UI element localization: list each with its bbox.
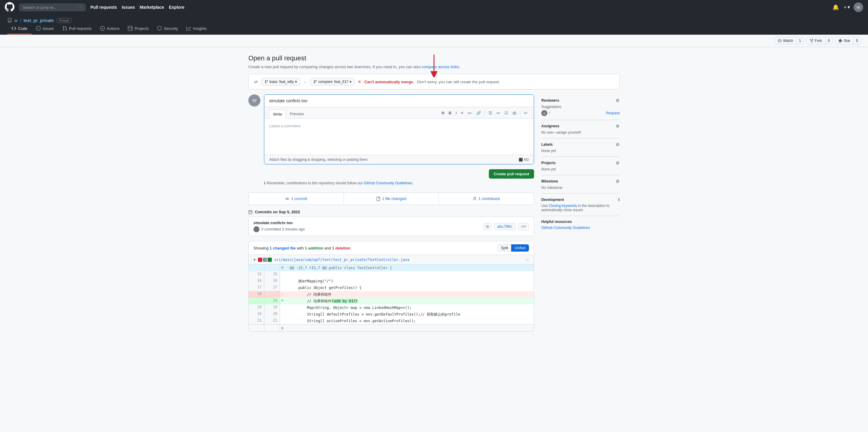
diff-line-18-add: 18 + // 结果和组件(add by 617) [249,298,534,305]
line-add-btn [280,318,286,324]
top-nav-links: Pull requests Issues Marketplace Explore [90,5,184,10]
guidelines-link[interactable]: GitHub Community Guidelines [364,181,412,185]
tab-security[interactable]: Security [153,23,182,34]
swap-branches-btn[interactable]: ⇄ [253,79,258,85]
actions-icon [100,26,105,31]
toolbar-quote[interactable]: ≡ [459,110,465,116]
line-add-btn [280,278,286,285]
plus-menu[interactable]: ＋▾ [843,4,850,10]
contributors-link[interactable]: 1 contributor [478,196,500,201]
unified-button[interactable]: Unified [511,244,529,252]
create-pr-button[interactable]: Create pull request [489,169,534,179]
search-box[interactable]: Search or jump to... / [19,4,86,11]
assignees-gear[interactable]: ⚙ [616,124,620,128]
files-link[interactable]: 1 file changed [382,196,407,201]
tab-actions[interactable]: Actions [96,23,124,34]
fork-button[interactable]: Fork [806,37,825,44]
expand-text [286,325,534,331]
nav-pull-requests[interactable]: Pull requests [90,5,117,10]
milestone-title: Milestone [541,179,558,183]
view-file-btn[interactable]: ⋯ [525,258,529,262]
compare-branch-selector[interactable]: compare: feat_617 ▾ [310,78,355,86]
development-info[interactable]: ℹ [618,197,620,202]
toolbar-undo[interactable]: ↩ [523,110,529,116]
commit-info: simulate conficts too 0 committed 3 minu… [253,221,480,232]
file-changes-info: Showing 1 changed file with 1 addition a… [253,246,350,250]
toolbar-task-list[interactable]: ☑ [503,110,510,116]
milestone-gear[interactable]: ⚙ [616,179,620,184]
labels-section: Labels ⚙ None yet [541,139,620,157]
line-num-old: 19 [249,305,264,311]
eye-icon [778,39,782,43]
star-button[interactable]: Star [835,37,853,44]
hunk-content: @@ -15,7 +15,7 @@ public class TestContr… [286,265,534,271]
projects-gear[interactable]: ⚙ [616,161,620,165]
calendar-icon [248,210,253,214]
tab-projects[interactable]: Projects [124,23,153,34]
base-branch-selector[interactable]: base: feat_w8y ▾ [261,78,300,86]
expand-diff-btn[interactable]: ▾ [253,257,255,262]
toolbar-mention[interactable]: @ [511,110,518,116]
pr-write-preview-tabs: Write Preview H B I ≡ <> 🔗 | ☰ [264,107,534,119]
branch-comparison-bar: ⇄ base: feat_w8y ▾ ← compare: feat_617 ▾… [248,74,620,90]
write-tab[interactable]: Write [269,110,286,119]
security-icon [157,26,162,31]
pr-body[interactable]: Leave a comment [264,119,534,155]
tab-insights[interactable]: Insights [182,23,211,34]
cant-merge-x: ✕ [358,79,361,84]
tab-code[interactable]: Code [7,23,32,34]
pr-title-input[interactable] [264,95,534,107]
private-badge: Private [56,18,72,23]
notification-bell[interactable]: 🔔 [832,4,839,10]
diff-file-path[interactable]: src/main/java/com/wpf/test/test_pr_priva… [274,258,409,262]
split-button[interactable]: Split [498,244,511,252]
line-num-new: 17 [264,285,280,291]
commit-title: simulate conficts too [253,221,480,225]
user-avatar[interactable]: W [854,2,863,12]
labels-gear[interactable]: ⚙ [616,142,620,147]
github-logo[interactable] [5,2,14,13]
fork-count[interactable]: 0 [825,37,833,44]
reviewers-gear[interactable]: ⚙ [616,98,620,103]
toolbar-italic[interactable]: I [454,110,458,116]
request-review-link[interactable]: Request [606,111,620,115]
watch-button[interactable]: Watch [774,37,796,44]
line-add-btn [280,305,286,311]
diff-expand-row[interactable]: ⇅ [249,324,534,331]
preview-tab[interactable]: Preview [286,110,308,118]
commit-sha-link[interactable]: abc709c [494,223,516,230]
view-commit-button[interactable]: </> [518,223,529,230]
nav-issues[interactable]: Issues [122,5,135,10]
projects-title: Projects [541,161,555,165]
toolbar-ordered-list[interactable]: ≔ [495,110,502,116]
fork-icon [809,39,814,43]
development-text: Use Closing keywords in the description … [541,204,620,212]
toolbar-unordered-list[interactable]: ☰ [487,110,494,116]
cant-merge-text: Can't automatically merge. [364,80,414,84]
star-count[interactable]: 0 [853,37,861,44]
compare-forks-link[interactable]: compare across forks [422,64,459,69]
suggestion-user: a ! [541,110,550,116]
commits-link[interactable]: 1 commit [291,196,307,201]
repo-owner-link[interactable]: w [14,18,18,23]
nav-explore[interactable]: Explore [169,5,184,10]
nav-marketplace[interactable]: Marketplace [140,5,164,10]
toolbar-bold[interactable]: B [447,110,453,116]
watch-count[interactable]: 1 [796,37,804,44]
tab-issues[interactable]: Issues [32,23,58,34]
closing-keywords-link[interactable]: Closing keywords [549,204,577,208]
line-num-expand-2 [264,325,280,331]
repo-name-link[interactable]: test_pr_private [24,18,54,23]
tab-pull-requests[interactable]: Pull requests [58,23,96,34]
labels-value: None yet [541,149,620,153]
line-num-new: 15 [264,271,280,278]
toolbar-heading[interactable]: H [440,110,446,116]
toolbar-link[interactable]: 🔗 [475,110,483,116]
github-community-guidelines-link[interactable]: GitHub Community Guidelines [541,226,620,230]
development-header: Development ℹ [541,197,620,202]
copy-sha-button[interactable]: ⧉ [484,223,492,230]
reviewers-section: Reviewers ⚙ Suggestions a ! Request [541,94,620,120]
changed-file-link[interactable]: 1 changed file [270,246,296,250]
star-label: Star [844,39,850,43]
toolbar-code[interactable]: <> [466,110,473,116]
